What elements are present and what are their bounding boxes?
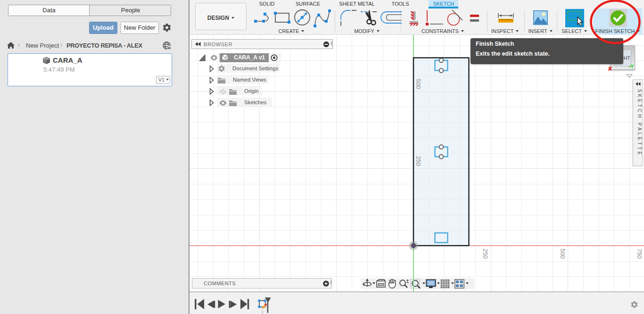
svg-text:250: 250	[482, 248, 489, 259]
svg-text:750: 750	[636, 248, 643, 259]
svg-text:250: 250	[415, 156, 422, 166]
svg-text:500: 500	[559, 248, 566, 259]
svg-text:500: 500	[415, 79, 422, 89]
